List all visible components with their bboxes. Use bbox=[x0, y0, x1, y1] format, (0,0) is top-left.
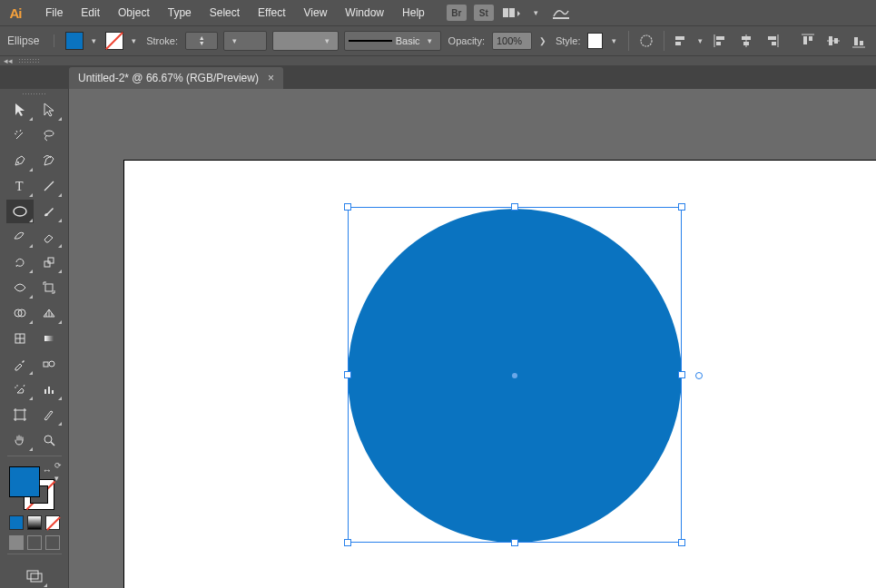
document-tab[interactable]: Untitled-2* @ 66.67% (RGB/Preview) × bbox=[69, 67, 283, 89]
selection-handle-se[interactable] bbox=[678, 539, 685, 546]
divider bbox=[628, 31, 629, 51]
width-tool[interactable] bbox=[6, 276, 34, 299]
curvature-tool[interactable] bbox=[35, 149, 63, 172]
menu-view[interactable]: View bbox=[295, 3, 337, 23]
draw-behind[interactable] bbox=[27, 535, 42, 550]
menu-help[interactable]: Help bbox=[393, 3, 434, 23]
eraser-tool[interactable] bbox=[35, 225, 63, 249]
bridge-icon[interactable]: Br bbox=[447, 5, 467, 21]
tool-grid: T bbox=[6, 98, 63, 452]
svg-rect-20 bbox=[834, 38, 838, 44]
paintbrush-tool[interactable] bbox=[35, 200, 63, 223]
selection-rotate-handle[interactable] bbox=[695, 372, 703, 379]
selection-handle-n[interactable] bbox=[511, 203, 518, 211]
menu-file[interactable]: File bbox=[36, 3, 72, 23]
symbol-sprayer-tool[interactable] bbox=[6, 377, 34, 401]
selection-tool[interactable] bbox=[6, 98, 34, 122]
gpu-icon[interactable] bbox=[550, 5, 572, 21]
arrange-docs-icon[interactable] bbox=[501, 5, 523, 21]
cycle-icon[interactable]: ⟳ bbox=[54, 461, 62, 470]
selection-handle-w[interactable] bbox=[344, 371, 351, 378]
hand-tool[interactable] bbox=[6, 428, 34, 452]
align-panel-chevron-icon[interactable]: ▾ bbox=[695, 36, 706, 45]
eyedropper-tool[interactable] bbox=[6, 352, 34, 376]
screen-mode-tool[interactable] bbox=[21, 564, 48, 588]
pencil-tool[interactable] bbox=[6, 225, 34, 249]
align-panel-icon[interactable] bbox=[673, 32, 689, 50]
align-right-icon[interactable] bbox=[762, 32, 782, 50]
svg-rect-22 bbox=[854, 37, 858, 45]
toolbox-grabber[interactable] bbox=[22, 93, 47, 94]
stroke-weight-input[interactable]: ▲▼ bbox=[185, 32, 219, 50]
svg-point-3 bbox=[641, 35, 652, 46]
direct-selection-tool[interactable] bbox=[35, 98, 63, 122]
selection-handle-nw[interactable] bbox=[344, 203, 351, 211]
scale-tool[interactable] bbox=[35, 250, 63, 274]
mesh-tool[interactable] bbox=[6, 327, 34, 350]
free-transform-tool[interactable] bbox=[35, 276, 63, 299]
line-segment-tool[interactable] bbox=[35, 174, 63, 198]
draw-inside[interactable] bbox=[45, 535, 60, 550]
selection-handle-ne[interactable] bbox=[678, 203, 685, 211]
style-swatch[interactable] bbox=[587, 33, 603, 49]
selection-handle-s[interactable] bbox=[511, 539, 518, 546]
swap-fill-stroke-icon[interactable]: ↔ bbox=[43, 465, 53, 475]
align-bottom-icon[interactable] bbox=[849, 32, 869, 50]
brush-combo[interactable]: Basic ▾ bbox=[344, 31, 441, 51]
align-left-icon[interactable] bbox=[711, 32, 731, 50]
align-hcenter-icon[interactable] bbox=[736, 32, 756, 50]
canvas[interactable] bbox=[69, 89, 876, 588]
fill-swatch[interactable] bbox=[65, 32, 84, 50]
arrange-docs-chevron-icon[interactable]: ▾ bbox=[530, 8, 543, 17]
rotate-tool[interactable] bbox=[6, 250, 34, 274]
perspective-grid-tool[interactable] bbox=[35, 301, 63, 325]
align-top-icon[interactable] bbox=[798, 32, 818, 50]
artboard-tool[interactable] bbox=[6, 403, 34, 426]
align-vcenter-icon[interactable] bbox=[823, 32, 843, 50]
style-chevron-icon[interactable]: ▾ bbox=[608, 36, 619, 45]
draw-normal[interactable] bbox=[9, 535, 24, 550]
opacity-input[interactable]: 100% bbox=[492, 32, 533, 50]
color-mode-row bbox=[9, 515, 60, 530]
ellipse-tool[interactable] bbox=[6, 200, 34, 223]
menu-object[interactable]: Object bbox=[109, 3, 159, 23]
gradient-tool[interactable] bbox=[35, 327, 63, 350]
opacity-chevron-icon[interactable]: ❯ bbox=[537, 36, 548, 45]
type-tool[interactable]: T bbox=[6, 174, 34, 198]
stroke-chevron-icon[interactable]: ▾ bbox=[129, 36, 140, 45]
menu-select[interactable]: Select bbox=[201, 3, 249, 23]
svg-point-44 bbox=[44, 436, 52, 443]
column-graph-tool[interactable] bbox=[35, 377, 63, 401]
svg-rect-17 bbox=[809, 36, 812, 41]
color-mode-none[interactable] bbox=[45, 515, 60, 530]
lasso-tool[interactable] bbox=[35, 123, 63, 147]
panel-grabber[interactable]: ◂◂ bbox=[0, 56, 876, 65]
recolor-icon[interactable] bbox=[638, 32, 655, 50]
svg-rect-46 bbox=[27, 571, 38, 579]
pen-tool[interactable] bbox=[6, 149, 34, 172]
menu-effect[interactable]: Effect bbox=[249, 3, 294, 23]
slice-tool[interactable] bbox=[35, 403, 63, 426]
color-mode-solid[interactable] bbox=[9, 515, 24, 530]
brush-def-combo[interactable]: ▾ bbox=[272, 31, 338, 51]
blend-tool[interactable] bbox=[35, 352, 63, 376]
profile-combo[interactable]: ▾ bbox=[223, 31, 267, 51]
stroke-swatch[interactable] bbox=[105, 32, 123, 50]
selected-tool-label: Ellipse bbox=[7, 34, 54, 47]
zoom-tool[interactable] bbox=[35, 428, 63, 452]
svg-rect-31 bbox=[45, 284, 53, 291]
menu-type[interactable]: Type bbox=[159, 3, 201, 23]
shape-builder-tool[interactable] bbox=[6, 301, 34, 325]
magic-wand-tool[interactable] bbox=[6, 123, 34, 147]
stock-icon[interactable]: St bbox=[474, 5, 494, 21]
selection-handle-e[interactable] bbox=[678, 371, 685, 378]
menu-edit[interactable]: Edit bbox=[72, 3, 109, 23]
fill-stroke-control[interactable]: ↔ bbox=[7, 465, 54, 510]
fill-chevron-icon[interactable]: ▾ bbox=[89, 36, 100, 45]
svg-rect-1 bbox=[509, 8, 515, 17]
menu-window[interactable]: Window bbox=[336, 3, 393, 23]
close-tab-icon[interactable]: × bbox=[268, 72, 274, 84]
svg-point-24 bbox=[44, 131, 54, 136]
color-mode-gradient[interactable] bbox=[27, 515, 42, 530]
selection-handle-sw[interactable] bbox=[344, 539, 351, 546]
